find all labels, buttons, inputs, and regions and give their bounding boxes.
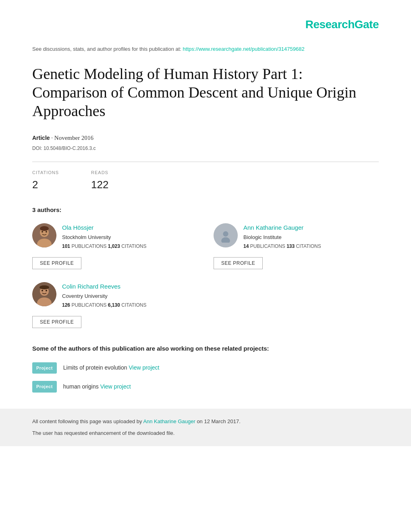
see-profile-button-ann[interactable]: SEE PROFILE	[214, 257, 263, 269]
citations-block: CITATIONS 2	[32, 169, 59, 193]
project-text-2: human origins View project	[63, 382, 131, 391]
citations-label: CITATIONS	[32, 169, 59, 176]
ann-pub-count: 14	[243, 243, 249, 249]
author-name-colin[interactable]: Colin Richard Reeves	[62, 282, 146, 291]
author-info-ann: Ann Katharine Gauger Biologic Institute …	[243, 223, 321, 254]
project-item-1: Project Limits of protein evolution View…	[32, 362, 379, 374]
ann-cite-count: 133	[286, 243, 295, 249]
author-card-colin: Colin Richard Reeves Coventry University…	[32, 282, 197, 328]
author-name-ola[interactable]: Ola Hössjer	[62, 223, 146, 233]
project-item-2: Project human origins View project	[32, 381, 379, 393]
avatar-ann	[214, 223, 238, 247]
svg-point-5	[40, 226, 49, 231]
author-stats-ola: 101 PUBLICATIONS 1,023 CITATIONS	[62, 243, 146, 250]
colin-avatar-svg	[32, 282, 56, 306]
svg-point-7	[223, 231, 228, 237]
colin-cite-count: 6,130	[108, 302, 120, 308]
authors-grid: Ola Hössjer Stockholm University 101 PUB…	[32, 223, 379, 328]
reads-label: READS	[91, 169, 108, 176]
see-profile-button-colin[interactable]: SEE PROFILE	[32, 316, 81, 328]
svg-point-3	[42, 231, 43, 233]
avatar-colin	[32, 282, 56, 306]
author-institution-colin: Coventry University	[62, 292, 146, 300]
doi: DOI: 10.5048/BIO-C.2016.3.c	[32, 145, 379, 152]
avatar-img-ola	[32, 223, 56, 247]
reads-block: READS 122	[91, 169, 108, 193]
project-text-1: Limits of protein evolution View project	[63, 364, 160, 372]
author-top-colin: Colin Richard Reeves Coventry University…	[32, 282, 197, 313]
project-badge-1: Project	[32, 362, 57, 374]
authors-heading: 3 authors:	[32, 206, 379, 215]
citations-value: 2	[32, 177, 59, 193]
author-card-ola: Ola Hössjer Stockholm University 101 PUB…	[32, 223, 197, 269]
author-info-ola: Ola Hössjer Stockholm University 101 PUB…	[62, 223, 146, 254]
ola-cite-count: 1,023	[108, 243, 120, 249]
svg-point-13	[46, 290, 47, 291]
footer-upload-date: on 12 March 2017.	[197, 418, 240, 424]
header: ResearchGate	[32, 16, 379, 33]
author-institution-ola: Stockholm University	[62, 233, 146, 241]
ola-avatar-svg	[32, 223, 56, 247]
author-stats-colin: 126 PUBLICATIONS 6,130 CITATIONS	[62, 301, 146, 309]
article-date: · November 2016	[51, 135, 93, 141]
avatar-ola	[32, 223, 56, 247]
divider-1	[32, 162, 379, 162]
avatar-img-colin	[32, 282, 56, 306]
article-meta: Article · November 2016	[32, 133, 379, 143]
intro-text: See discussions, stats, and author profi…	[32, 46, 181, 52]
publication-url[interactable]: https://www.researchgate.net/publication…	[183, 46, 305, 52]
footer-note: The user has requested enhancement of th…	[32, 429, 379, 437]
researchgate-logo: ResearchGate	[305, 18, 379, 31]
colin-pub-count: 126	[62, 302, 70, 308]
author-info-colin: Colin Richard Reeves Coventry University…	[62, 282, 146, 313]
footer-bar: All content following this page was uplo…	[0, 409, 411, 446]
author-top-ola: Ola Hössjer Stockholm University 101 PUB…	[32, 223, 197, 254]
project-link-1[interactable]: View project	[129, 364, 159, 371]
project-link-2[interactable]: View project	[100, 383, 131, 390]
ola-pub-count: 101	[62, 243, 70, 249]
author-name-ann[interactable]: Ann Katharine Gauger	[243, 223, 321, 233]
svg-point-4	[46, 231, 47, 233]
svg-point-14	[39, 285, 49, 289]
see-profile-button-ola[interactable]: SEE PROFILE	[32, 257, 81, 269]
article-type: Article	[32, 135, 50, 141]
paper-title: Genetic Modeling of Human History Part 1…	[32, 64, 379, 121]
intro-line: See discussions, stats, and author profi…	[32, 45, 379, 53]
reads-value: 122	[91, 177, 108, 193]
avatar-placeholder-ann	[214, 223, 238, 247]
stats-row: CITATIONS 2 READS 122	[32, 169, 379, 193]
footer-upload-text: All content following this page was uplo…	[32, 418, 379, 426]
author-stats-ann: 14 PUBLICATIONS 133 CITATIONS	[243, 243, 321, 250]
author-top-ann: Ann Katharine Gauger Biologic Institute …	[214, 223, 379, 254]
svg-point-12	[42, 290, 43, 291]
author-institution-ann: Biologic Institute	[243, 233, 321, 241]
related-projects-heading: Some of the authors of this publication …	[32, 344, 379, 353]
project-badge-2: Project	[32, 381, 57, 393]
footer-uploader-link[interactable]: Ann Katharine Gauger	[143, 418, 195, 424]
ann-avatar-svg	[218, 228, 233, 243]
author-card-ann: Ann Katharine Gauger Biologic Institute …	[214, 223, 379, 269]
